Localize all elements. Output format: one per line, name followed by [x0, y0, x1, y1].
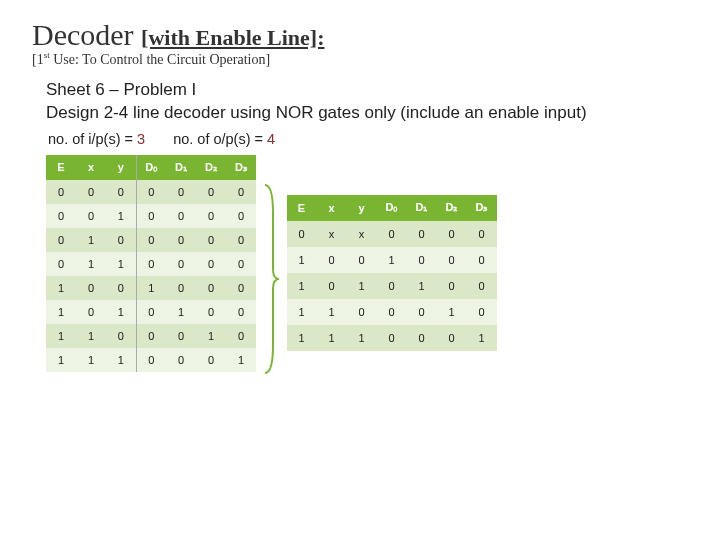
subtitle-pre: [1: [32, 52, 44, 67]
col-D2: D₂: [437, 195, 467, 221]
table-row: 0100000: [46, 228, 256, 252]
problem-description: Design 2-4 line decoder using NOR gates …: [46, 102, 688, 123]
table-row: 0110000: [46, 252, 256, 276]
col-D1: D₁: [407, 195, 437, 221]
brace-icon: [263, 183, 281, 375]
col-D1: D₁: [166, 155, 196, 180]
table-row: 1110001: [287, 325, 497, 351]
table-row: 0000000: [46, 180, 256, 204]
ip-label: no. of i/p(s) =: [48, 131, 137, 147]
table-row: 0xx0000: [287, 221, 497, 247]
col-x: x: [76, 155, 106, 180]
tables-row: E x y D₀ D₁ D₂ D₃ 0000000 0010000 010000…: [46, 155, 688, 375]
title-sub: [with Enable Line]:: [141, 25, 324, 50]
slide-subtitle: [1st Use: To Control the Circuit Operati…: [32, 50, 688, 68]
col-D3: D₃: [226, 155, 256, 180]
sheet-label: Sheet 6 – Problem I: [46, 80, 688, 100]
op-label: no. of o/p(s) =: [173, 131, 267, 147]
col-E: E: [287, 195, 317, 221]
table-row: 1001000: [287, 247, 497, 273]
truth-table-compact: E x y D₀ D₁ D₂ D₃ 0xx0000 1001000 101010…: [287, 195, 497, 351]
truth-table-full: E x y D₀ D₁ D₂ D₃ 0000000 0010000 010000…: [46, 155, 257, 372]
table-row: 1100010: [46, 324, 256, 348]
col-E: E: [46, 155, 76, 180]
col-D0: D₀: [377, 195, 407, 221]
slide-title: Decoder [with Enable Line]:: [32, 18, 688, 52]
col-y: y: [347, 195, 377, 221]
table-row: 1001000: [46, 276, 256, 300]
title-main: Decoder: [32, 18, 141, 51]
body: Sheet 6 – Problem I Design 2-4 line deco…: [32, 80, 688, 375]
col-D3: D₃: [467, 195, 497, 221]
table-header: E x y D₀ D₁ D₂ D₃: [287, 195, 497, 221]
table-row: 0010000: [46, 204, 256, 228]
col-x: x: [317, 195, 347, 221]
io-counts: no. of i/p(s) = 3no. of o/p(s) = 4: [48, 131, 688, 147]
subtitle-post: Use: To Control the Circuit Operation]: [50, 52, 270, 67]
table-row: 1010100: [287, 273, 497, 299]
op-value: 4: [267, 131, 275, 147]
ip-value: 3: [137, 131, 145, 147]
col-D0: D₀: [136, 155, 166, 180]
table-row: 1010100: [46, 300, 256, 324]
col-y: y: [106, 155, 136, 180]
table-header: E x y D₀ D₁ D₂ D₃: [46, 155, 256, 180]
table-row: 1100010: [287, 299, 497, 325]
col-D2: D₂: [196, 155, 226, 180]
table-row: 1110001: [46, 348, 256, 372]
